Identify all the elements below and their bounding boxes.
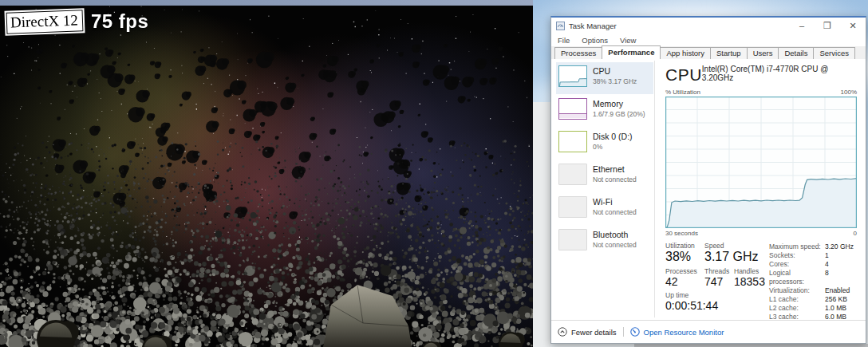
cpu-utilization-chart (665, 97, 857, 228)
disk-mini-chart (558, 131, 587, 152)
close-button[interactable]: ✕ (840, 18, 866, 34)
sidebar-item-title: CPU (593, 66, 637, 76)
sidebar-item-subtitle: 0% (593, 143, 633, 151)
demo-overlay: DirectX 12 75 fps (6, 10, 148, 33)
spec-label: Cores: (769, 260, 825, 269)
sidebar-item-cpu[interactable]: CPU 38% 3.17 GHz (556, 62, 653, 94)
stat-value: 3.17 GHz (704, 250, 759, 264)
minimize-button[interactable]: – (789, 18, 815, 34)
performance-sidebar: CPU 38% 3.17 GHz Memory 1.6/7.9 GB (20%)… (556, 62, 653, 258)
resource-monitor-icon (630, 327, 640, 337)
stat-label: Threads (704, 267, 729, 275)
tab-app-history[interactable]: App history (660, 47, 711, 59)
footer-divider (623, 327, 624, 337)
y-axis-max-label: 100% (841, 89, 857, 96)
spec-label: Maximum speed: (769, 243, 825, 251)
window-title: Task Manager (569, 22, 617, 30)
tab-services[interactable]: Services (813, 47, 854, 59)
spec-value: 256 KB (825, 295, 847, 304)
spec-value: 1.0 MB (825, 304, 846, 313)
spec-label: L1 cache: (769, 295, 825, 304)
spec-label: Sockets: (769, 251, 825, 260)
tab-startup[interactable]: Startup (710, 47, 748, 59)
y-axis-label: % Utilization (665, 89, 700, 96)
sidebar-item-title: Ethernet (593, 164, 637, 174)
stat-value: 747 (704, 275, 729, 288)
uptime-value: 0:00:51:44 (665, 299, 718, 312)
sidebar-item-subtitle: 38% 3.17 GHz (593, 77, 637, 85)
sidebar-item-subtitle: Not connected (593, 175, 637, 183)
bluetooth-mini-chart (558, 229, 587, 250)
maximize-button[interactable]: ❒ (815, 18, 840, 34)
sidebar-item-title: Wi-Fi (593, 197, 637, 207)
menu-options[interactable]: Options (582, 36, 608, 45)
directx-badge: DirectX 12 (6, 10, 84, 34)
tab-strip: Processes Performance App history Startu… (551, 46, 866, 60)
stat-label: Speed (704, 242, 759, 250)
sidebar-item-ethernet[interactable]: Ethernet Not connected (556, 160, 653, 192)
fps-counter: 75 fps (91, 10, 148, 33)
sidebar-separator (654, 61, 655, 317)
memory-mini-chart (558, 98, 587, 120)
chevron-up-circle-icon (558, 327, 567, 337)
tab-performance[interactable]: Performance (602, 45, 661, 59)
open-resource-monitor-label: Open Resource Monitor (644, 328, 724, 337)
sidebar-item-disk[interactable]: Disk 0 (D:) 0% (556, 128, 653, 160)
tab-details[interactable]: Details (778, 47, 814, 59)
sidebar-item-title: Disk 0 (D:) (593, 132, 633, 141)
open-resource-monitor-link[interactable]: Open Resource Monitor (630, 327, 724, 337)
menu-view[interactable]: View (620, 36, 636, 45)
task-manager-icon (556, 22, 565, 30)
stat-label: Handles (734, 267, 765, 275)
tab-users[interactable]: Users (747, 47, 779, 59)
panel-title: CPU (665, 65, 702, 85)
sidebar-item-title: Memory (593, 99, 645, 108)
fewer-details-button[interactable]: Fewer details (558, 327, 617, 337)
ethernet-mini-chart (558, 164, 587, 185)
spec-value: 3.20 GHz (825, 243, 854, 251)
stat-value: 38% (665, 250, 695, 264)
wifi-mini-chart (558, 196, 587, 218)
sidebar-item-title: Bluetooth (593, 230, 637, 239)
sidebar-item-memory[interactable]: Memory 1.6/7.9 GB (20%) (556, 95, 653, 127)
processor-name: Intel(R) Core(TM) i7-4770R CPU @ 3.20GHz (702, 65, 857, 85)
spec-label: L2 cache: (769, 304, 825, 313)
cpu-detail-panel: CPU Intel(R) Core(TM) i7-4770R CPU @ 3.2… (665, 59, 857, 321)
spec-value: 4 (825, 260, 829, 269)
task-manager-window: Task Manager – ❒ ✕ File Options View Pro… (550, 16, 866, 344)
spec-value: 8 (825, 269, 829, 286)
spec-label: Virtualization: (769, 286, 825, 295)
cpu-mini-chart (558, 65, 587, 87)
stat-label: Processes (665, 267, 697, 275)
sidebar-item-subtitle: Not connected (593, 241, 637, 249)
menu-file[interactable]: File (558, 36, 570, 45)
video-top-strip (0, 0, 533, 6)
sidebar-item-bluetooth[interactable]: Bluetooth Not connected (556, 226, 653, 258)
asteroid-field-render (0, 6, 533, 347)
x-axis-left-label: 30 seconds (665, 230, 698, 237)
spec-label: Logical processors: (769, 269, 825, 286)
spec-value: 1 (825, 251, 829, 260)
sidebar-item-subtitle: 1.6/7.9 GB (20%) (593, 110, 645, 118)
background-strip (634, 344, 868, 347)
directx-demo-video: DirectX 12 75 fps (0, 0, 533, 347)
screen: DirectX 12 75 fps Task Manager – ❒ ✕ Fil… (0, 0, 868, 347)
window-controls: – ❒ ✕ (789, 18, 866, 34)
spec-value: Enabled (825, 286, 850, 295)
uptime-label: Up time (665, 291, 718, 299)
sidebar-item-subtitle: Not connected (593, 208, 637, 216)
performance-panel: CPU 38% 3.17 GHz Memory 1.6/7.9 GB (20%)… (551, 59, 866, 321)
title-bar: Task Manager – ❒ ✕ (551, 18, 866, 34)
cpu-spec-list: Maximum speed:3.20 GHz Sockets:1 Cores:4… (769, 243, 858, 321)
menu-bar: File Options View (551, 34, 866, 46)
stat-value: 42 (665, 275, 697, 288)
x-axis-right-label: 0 (854, 230, 857, 237)
tab-processes[interactable]: Processes (554, 47, 602, 59)
sidebar-item-wifi[interactable]: Wi-Fi Not connected (556, 193, 653, 225)
background-window-edge (533, 102, 550, 347)
footer-bar: Fewer details Open Resource Monitor (551, 320, 866, 343)
fewer-details-label: Fewer details (571, 328, 617, 337)
stat-value: 18353 (734, 275, 765, 288)
stat-label: Utilization (665, 242, 695, 250)
